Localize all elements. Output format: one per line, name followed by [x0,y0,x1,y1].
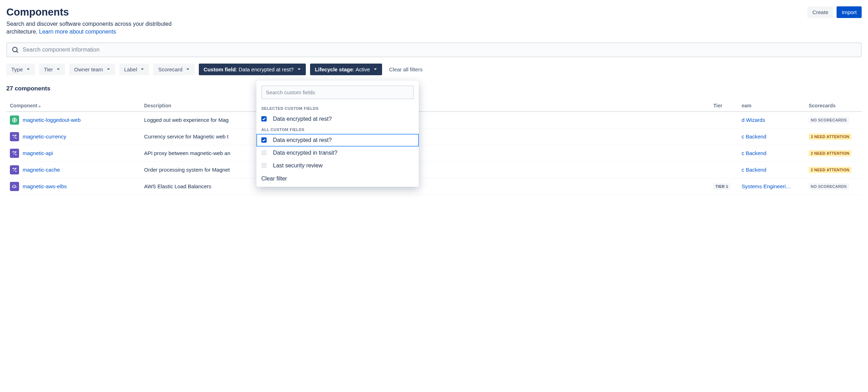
create-button[interactable]: Create [807,6,833,18]
page-subtitle: Search and discover software components … [6,20,204,36]
table-row: magnetic-currency Currency service for M… [6,128,862,145]
table-row: magnetic-api API proxy between magnetic-… [6,145,862,161]
sort-icon: ◆ [38,104,41,108]
team-link[interactable]: c Backend [742,133,766,139]
search-bar[interactable] [6,42,862,57]
chevron-down-icon [26,67,30,71]
filter-owner-team[interactable]: Owner team [69,64,115,75]
table-row: magnetic-cache Order processing system f… [6,161,862,178]
component-link[interactable]: magnetic-loggedout-web [23,117,81,123]
filter-lifecycle-stage[interactable]: Lifecycle stage: Active [310,64,382,75]
cloud-icon [10,182,19,191]
header-actions: Create Import [807,6,862,18]
col-description[interactable]: Description [141,100,710,112]
chevron-down-icon [297,67,301,71]
dropdown-option-label: Data encrypted at rest? [273,116,332,122]
dropdown-option[interactable]: Last security review [256,159,419,172]
custom-field-dropdown: SELECTED CUSTOM FIELDS Data encrypted at… [256,81,419,187]
svg-point-11 [15,171,16,172]
chevron-down-icon [141,67,144,71]
nodes-icon [10,149,19,158]
filter-tier[interactable]: Tier [39,64,65,75]
dropdown-option[interactable]: Data encrypted at rest? [256,113,419,125]
svg-point-6 [12,151,13,152]
checkbox-checked-icon[interactable] [261,137,267,143]
table-row: magnetic-aws-elbs AWS Elastic Load Balan… [6,178,862,195]
component-link[interactable]: magnetic-cache [23,167,60,173]
svg-point-0 [13,47,17,52]
description-cell: Currency service for Magnetic web t [141,128,710,145]
dropdown-selected-heading: SELECTED CUSTOM FIELDS [256,104,419,113]
svg-point-3 [12,135,13,136]
col-team[interactable]: eam [738,100,805,112]
col-tier[interactable]: Tier [710,100,738,112]
chevron-down-icon [57,67,60,71]
table-row: magnetic-loggedout-web Logged out web ex… [6,112,862,129]
filter-label[interactable]: Label [119,64,149,75]
description-cell: AWS Elastic Load Balancers [141,178,710,195]
team-link[interactable]: d Wizards [742,117,765,123]
scorecard-badge-none: NO SCORECARDS [809,117,849,123]
scorecard-badge-attention: 2 NEED ATTENTION [809,133,851,140]
search-input[interactable] [23,47,857,53]
scorecard-badge-attention: 2 NEED ATTENTION [809,167,851,173]
description-cell: Logged out web experience for Mag [141,112,710,129]
checkbox-unchecked-icon[interactable] [261,163,267,168]
clear-all-filters[interactable]: Clear all filters [389,66,423,72]
scorecard-badge-attention: 2 NEED ATTENTION [809,150,851,156]
dropdown-option-label: Data encrypted at rest? [273,137,332,143]
scorecard-badge-none: NO SCORECARDS [809,183,849,190]
filters-row: Type Tier Owner team Label Scorecard Cus… [6,64,862,75]
team-link[interactable]: c Backend [742,150,766,156]
nodes-icon [10,132,19,141]
dropdown-option-label: Last security review [273,162,323,169]
dropdown-all-heading: ALL CUSTOM FIELDS [256,125,419,134]
team-link[interactable]: c Backend [742,167,766,173]
component-link[interactable]: magnetic-api [23,150,53,156]
dropdown-option-label: Data encrypted in transit? [273,150,337,156]
description-cell: API proxy between magnetic-web an [141,145,710,161]
filter-scorecard[interactable]: Scorecard [153,64,194,75]
nodes-icon [10,165,19,174]
chevron-down-icon [107,67,110,71]
components-table: Component◆ Description Tier eam Scorecar… [6,100,862,195]
tier-badge: TIER 1 [713,183,730,190]
description-cell: Order processing system for Magnet [141,161,710,178]
col-component[interactable]: Component◆ [6,100,141,112]
filter-type[interactable]: Type [6,64,35,75]
col-scorecards[interactable]: Scorecards [805,100,862,112]
dropdown-option[interactable]: Data encrypted in transit? [256,147,419,159]
results-count: 27 components [6,85,862,92]
dropdown-search-input[interactable] [261,85,414,99]
component-link[interactable]: magnetic-aws-elbs [23,183,67,189]
globe-icon [10,115,19,125]
svg-point-5 [15,137,16,138]
chevron-down-icon [186,67,190,71]
svg-point-8 [15,154,16,155]
learn-more-link[interactable]: Learn more about components [39,29,116,35]
dropdown-option[interactable]: Data encrypted at rest? [256,134,419,147]
svg-point-9 [12,168,13,169]
checkbox-unchecked-icon[interactable] [261,150,267,155]
dropdown-clear-filter[interactable]: Clear filter [256,172,419,183]
filter-custom-field[interactable]: Custom field: Data encrypted at rest? [199,64,306,75]
chevron-down-icon [374,67,377,71]
page-title: Components [6,6,69,18]
svg-line-1 [17,51,18,53]
team-link[interactable]: Systems Engineeri… [742,183,791,189]
checkbox-checked-icon[interactable] [261,116,267,121]
component-link[interactable]: magnetic-currency [23,133,66,139]
search-icon [11,46,19,54]
import-button[interactable]: Import [837,6,862,18]
